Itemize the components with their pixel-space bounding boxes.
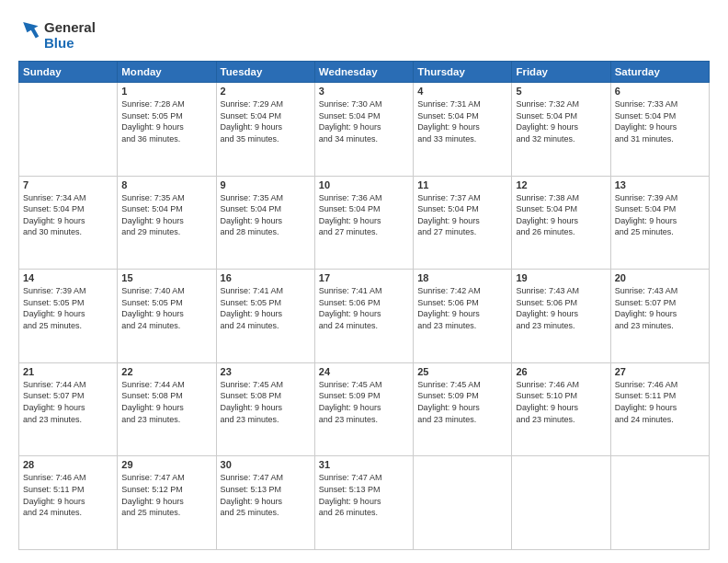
day-info: Sunrise: 7:46 AM Sunset: 5:10 PM Dayligh… xyxy=(516,379,606,425)
day-number: 29 xyxy=(121,459,211,470)
day-info: Sunrise: 7:44 AM Sunset: 5:08 PM Dayligh… xyxy=(121,379,211,425)
day-number: 13 xyxy=(615,179,705,190)
day-info: Sunrise: 7:43 AM Sunset: 5:06 PM Dayligh… xyxy=(516,285,606,331)
calendar-cell: 25Sunrise: 7:45 AM Sunset: 5:09 PM Dayli… xyxy=(414,362,512,456)
calendar-cell: 20Sunrise: 7:43 AM Sunset: 5:07 PM Dayli… xyxy=(610,270,709,363)
day-number: 10 xyxy=(319,179,409,190)
day-number: 21 xyxy=(23,366,113,377)
calendar-cell: 14Sunrise: 7:39 AM Sunset: 5:05 PM Dayli… xyxy=(19,270,118,363)
calendar-header-sunday: Sunday xyxy=(19,62,118,83)
calendar-cell xyxy=(610,456,709,550)
day-info: Sunrise: 7:29 AM Sunset: 5:04 PM Dayligh… xyxy=(221,98,311,144)
day-info: Sunrise: 7:44 AM Sunset: 5:07 PM Dayligh… xyxy=(23,379,113,425)
day-number: 23 xyxy=(221,366,311,377)
day-info: Sunrise: 7:37 AM Sunset: 5:04 PM Dayligh… xyxy=(417,192,507,238)
day-number: 5 xyxy=(516,86,606,97)
day-number: 27 xyxy=(615,366,705,377)
day-info: Sunrise: 7:46 AM Sunset: 5:11 PM Dayligh… xyxy=(23,472,113,518)
calendar-cell: 11Sunrise: 7:37 AM Sunset: 5:04 PM Dayli… xyxy=(414,176,512,270)
day-info: Sunrise: 7:39 AM Sunset: 5:05 PM Dayligh… xyxy=(23,285,113,331)
day-info: Sunrise: 7:36 AM Sunset: 5:04 PM Dayligh… xyxy=(319,192,409,238)
calendar-cell: 31Sunrise: 7:47 AM Sunset: 5:13 PM Dayli… xyxy=(314,456,413,550)
day-number: 7 xyxy=(23,179,113,190)
calendar-cell: 2Sunrise: 7:29 AM Sunset: 5:04 PM Daylig… xyxy=(216,83,314,177)
day-number: 11 xyxy=(417,179,507,190)
day-info: Sunrise: 7:34 AM Sunset: 5:04 PM Dayligh… xyxy=(23,192,113,238)
day-number: 20 xyxy=(615,272,705,283)
svg-text:General: General xyxy=(44,19,96,35)
day-info: Sunrise: 7:45 AM Sunset: 5:08 PM Dayligh… xyxy=(221,379,311,425)
day-info: Sunrise: 7:42 AM Sunset: 5:06 PM Dayligh… xyxy=(417,285,507,331)
calendar-cell: 5Sunrise: 7:32 AM Sunset: 5:04 PM Daylig… xyxy=(512,83,610,177)
calendar-cell: 12Sunrise: 7:38 AM Sunset: 5:04 PM Dayli… xyxy=(512,176,610,270)
day-number: 24 xyxy=(319,366,409,377)
day-number: 17 xyxy=(319,272,409,283)
calendar-cell: 1Sunrise: 7:28 AM Sunset: 5:05 PM Daylig… xyxy=(118,83,216,177)
day-number: 28 xyxy=(23,459,113,470)
calendar-cell: 6Sunrise: 7:33 AM Sunset: 5:04 PM Daylig… xyxy=(610,83,709,177)
calendar-header-monday: Monday xyxy=(118,62,216,83)
calendar-week-1: 1Sunrise: 7:28 AM Sunset: 5:05 PM Daylig… xyxy=(19,83,710,177)
calendar-header-tuesday: Tuesday xyxy=(216,62,314,83)
calendar-cell: 4Sunrise: 7:31 AM Sunset: 5:04 PM Daylig… xyxy=(414,83,512,177)
day-number: 22 xyxy=(121,366,211,377)
day-number: 30 xyxy=(221,459,311,470)
day-info: Sunrise: 7:43 AM Sunset: 5:07 PM Dayligh… xyxy=(615,285,705,331)
logo: GeneralBlue xyxy=(18,17,101,53)
day-number: 31 xyxy=(319,459,409,470)
calendar-cell: 7Sunrise: 7:34 AM Sunset: 5:04 PM Daylig… xyxy=(19,176,118,270)
day-info: Sunrise: 7:31 AM Sunset: 5:04 PM Dayligh… xyxy=(417,98,507,144)
calendar-week-3: 14Sunrise: 7:39 AM Sunset: 5:05 PM Dayli… xyxy=(19,270,710,363)
header: GeneralBlue xyxy=(18,17,710,53)
page: GeneralBlue SundayMondayTuesdayWednesday… xyxy=(0,0,728,563)
calendar-week-4: 21Sunrise: 7:44 AM Sunset: 5:07 PM Dayli… xyxy=(19,362,710,456)
day-info: Sunrise: 7:46 AM Sunset: 5:11 PM Dayligh… xyxy=(615,379,705,425)
day-info: Sunrise: 7:38 AM Sunset: 5:04 PM Dayligh… xyxy=(516,192,606,238)
calendar-cell: 19Sunrise: 7:43 AM Sunset: 5:06 PM Dayli… xyxy=(512,270,610,363)
calendar-week-2: 7Sunrise: 7:34 AM Sunset: 5:04 PM Daylig… xyxy=(19,176,710,270)
calendar-cell: 15Sunrise: 7:40 AM Sunset: 5:05 PM Dayli… xyxy=(118,270,216,363)
day-number: 2 xyxy=(221,86,311,97)
calendar-cell: 3Sunrise: 7:30 AM Sunset: 5:04 PM Daylig… xyxy=(314,83,413,177)
day-info: Sunrise: 7:35 AM Sunset: 5:04 PM Dayligh… xyxy=(221,192,311,238)
calendar-header-thursday: Thursday xyxy=(414,62,512,83)
svg-text:Blue: Blue xyxy=(44,35,74,51)
calendar-cell: 26Sunrise: 7:46 AM Sunset: 5:10 PM Dayli… xyxy=(512,362,610,456)
day-info: Sunrise: 7:41 AM Sunset: 5:05 PM Dayligh… xyxy=(221,285,311,331)
day-info: Sunrise: 7:35 AM Sunset: 5:04 PM Dayligh… xyxy=(121,192,211,238)
calendar-header-row: SundayMondayTuesdayWednesdayThursdayFrid… xyxy=(19,62,710,83)
day-number: 15 xyxy=(121,272,211,283)
calendar-cell: 22Sunrise: 7:44 AM Sunset: 5:08 PM Dayli… xyxy=(118,362,216,456)
calendar-cell: 27Sunrise: 7:46 AM Sunset: 5:11 PM Dayli… xyxy=(610,362,709,456)
calendar-cell: 18Sunrise: 7:42 AM Sunset: 5:06 PM Dayli… xyxy=(414,270,512,363)
calendar-cell xyxy=(512,456,610,550)
calendar-cell: 9Sunrise: 7:35 AM Sunset: 5:04 PM Daylig… xyxy=(216,176,314,270)
calendar-cell: 13Sunrise: 7:39 AM Sunset: 5:04 PM Dayli… xyxy=(610,176,709,270)
day-number: 16 xyxy=(221,272,311,283)
calendar-cell: 10Sunrise: 7:36 AM Sunset: 5:04 PM Dayli… xyxy=(314,176,413,270)
day-number: 6 xyxy=(615,86,705,97)
day-number: 3 xyxy=(319,86,409,97)
day-info: Sunrise: 7:40 AM Sunset: 5:05 PM Dayligh… xyxy=(121,285,211,331)
calendar-header-saturday: Saturday xyxy=(610,62,709,83)
logo-svg: GeneralBlue xyxy=(18,17,101,53)
day-info: Sunrise: 7:33 AM Sunset: 5:04 PM Dayligh… xyxy=(615,98,705,144)
calendar-cell xyxy=(414,456,512,550)
day-info: Sunrise: 7:41 AM Sunset: 5:06 PM Dayligh… xyxy=(319,285,409,331)
day-info: Sunrise: 7:47 AM Sunset: 5:13 PM Dayligh… xyxy=(319,472,409,518)
calendar-cell: 16Sunrise: 7:41 AM Sunset: 5:05 PM Dayli… xyxy=(216,270,314,363)
day-number: 12 xyxy=(516,179,606,190)
day-number: 18 xyxy=(417,272,507,283)
day-number: 19 xyxy=(516,272,606,283)
calendar-cell: 30Sunrise: 7:47 AM Sunset: 5:13 PM Dayli… xyxy=(216,456,314,550)
day-info: Sunrise: 7:32 AM Sunset: 5:04 PM Dayligh… xyxy=(516,98,606,144)
day-number: 9 xyxy=(221,179,311,190)
day-info: Sunrise: 7:45 AM Sunset: 5:09 PM Dayligh… xyxy=(417,379,507,425)
day-info: Sunrise: 7:30 AM Sunset: 5:04 PM Dayligh… xyxy=(319,98,409,144)
calendar-header-friday: Friday xyxy=(512,62,610,83)
calendar-cell: 24Sunrise: 7:45 AM Sunset: 5:09 PM Dayli… xyxy=(314,362,413,456)
day-number: 8 xyxy=(121,179,211,190)
day-info: Sunrise: 7:39 AM Sunset: 5:04 PM Dayligh… xyxy=(615,192,705,238)
svg-marker-0 xyxy=(21,17,42,40)
day-number: 1 xyxy=(121,86,211,97)
